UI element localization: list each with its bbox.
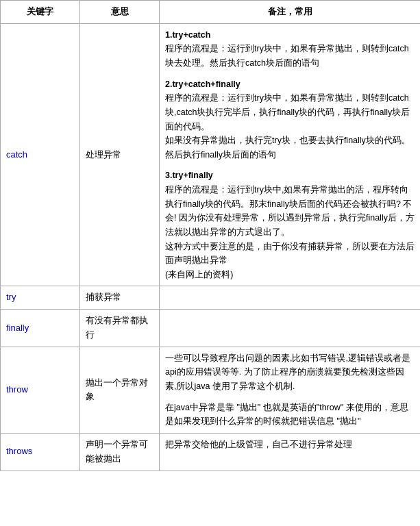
- table-row: try捕获异常: [1, 286, 421, 310]
- table-row: catch处理异常1.try+catch程序的流程是：运行到try块中，如果有异…: [1, 23, 421, 286]
- keyword-cell: catch: [1, 23, 80, 286]
- header-notes: 备注，常用: [160, 1, 421, 24]
- note-section: 把异常交给他的上级管理，自己不进行异常处理: [165, 438, 415, 452]
- notes-cell: [160, 310, 421, 347]
- notes-cell: 一些可以导致程序出问题的因素,比如书写错误,逻辑错误或者是api的应用错误等等.…: [160, 347, 421, 433]
- keyword-cell: finally: [1, 310, 80, 347]
- note-title: 1.try+catch: [165, 30, 210, 40]
- notes-cell: 把异常交给他的上级管理，自己不进行异常处理: [160, 433, 421, 471]
- table-row: finally有没有异常都执行: [1, 310, 421, 347]
- keyword-cell: throw: [1, 347, 80, 433]
- notes-cell: [160, 286, 421, 310]
- note-section: 2.try+catch+finally程序的流程是：运行到try块中，如果有异常…: [165, 77, 415, 162]
- meaning-cell: 声明一个异常可能被抛出: [80, 433, 160, 471]
- meaning-cell: 捕获异常: [80, 286, 160, 310]
- table-row: throw抛出一个异常对象一些可以导致程序出问题的因素,比如书写错误,逻辑错误或…: [1, 347, 421, 433]
- table-header-row: 关键字 意思 备注，常用: [1, 1, 421, 24]
- meaning-cell: 有没有异常都执行: [80, 310, 160, 347]
- header-meaning: 意思: [80, 1, 160, 24]
- meaning-cell: 抛出一个异常对象: [80, 347, 160, 433]
- header-keyword: 关键字: [1, 1, 80, 24]
- note-section: 一些可以导致程序出问题的因素,比如书写错误,逻辑错误或者是api的应用错误等等.…: [165, 351, 415, 394]
- meaning-cell: 处理异常: [80, 23, 160, 286]
- note-section: 在java中异常是靠 "抛出" 也就是英语的"throw" 来使用的，意思是如果…: [165, 401, 415, 429]
- keyword-cell: throws: [1, 433, 80, 471]
- note-title: 3.try+finally: [165, 171, 213, 180]
- keyword-cell: try: [1, 286, 80, 310]
- note-title: 2.try+catch+finally: [165, 79, 240, 89]
- notes-cell: 1.try+catch程序的流程是：运行到try块中，如果有异常抛出，则转到ca…: [160, 23, 421, 286]
- table-row: throws声明一个异常可能被抛出把异常交给他的上级管理，自己不进行异常处理: [1, 433, 421, 471]
- note-section: 1.try+catch程序的流程是：运行到try块中，如果有异常抛出，则转到ca…: [165, 28, 415, 71]
- note-section: 3.try+finally程序的流程是：运行到try块中,如果有异常抛出的活，程…: [165, 168, 415, 281]
